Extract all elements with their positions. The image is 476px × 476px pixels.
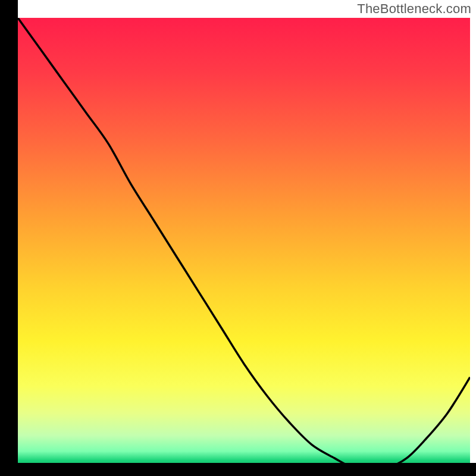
chart-stage: TheBottleneck.com	[0, 0, 476, 476]
plot-background	[18, 18, 470, 467]
watermark-label: TheBottleneck.com	[357, 1, 471, 17]
bottleneck-chart	[0, 0, 476, 476]
